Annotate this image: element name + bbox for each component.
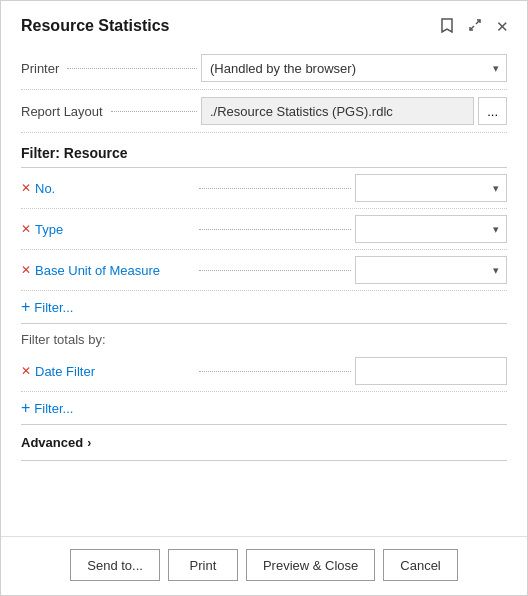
dotted-separator — [111, 111, 197, 112]
section-divider-4 — [21, 460, 507, 461]
filter-base-unit-row: ✕ Base Unit of Measure ▾ — [21, 250, 507, 291]
dotted-separator — [199, 270, 351, 271]
dialog-header: Resource Statistics ✕ — [1, 1, 527, 47]
filter-base-unit-remove-icon[interactable]: ✕ — [21, 263, 31, 277]
filter-date-label: Date Filter — [35, 364, 195, 379]
preview-close-button[interactable]: Preview & Close — [246, 549, 375, 581]
filter-base-unit-label: Base Unit of Measure — [35, 263, 195, 278]
report-layout-value: ./Resource Statistics (PGS).rdlc — [201, 97, 474, 125]
advanced-label: Advanced — [21, 435, 83, 450]
header-icons: ✕ — [438, 15, 511, 37]
filter-no-input[interactable] — [355, 174, 507, 202]
filter-date-input-wrap — [355, 357, 507, 385]
add-filter-2-plus-icon: + — [21, 400, 30, 416]
filter-no-row: ✕ No. ▾ — [21, 168, 507, 209]
filter-date-row: ✕ Date Filter — [21, 351, 507, 392]
add-filter-1-plus-icon: + — [21, 299, 30, 315]
expand-icon[interactable] — [466, 16, 484, 36]
report-layout-ellipsis-button[interactable]: ... — [478, 97, 507, 125]
filter-no-input-wrap: ▾ — [355, 174, 507, 202]
filter-type-input[interactable] — [355, 215, 507, 243]
dialog-title: Resource Statistics — [21, 17, 170, 35]
close-icon[interactable]: ✕ — [494, 17, 511, 36]
printer-select[interactable]: (Handled by the browser) — [201, 54, 507, 82]
filter-type-remove-icon[interactable]: ✕ — [21, 222, 31, 236]
printer-control: (Handled by the browser) ▾ — [201, 54, 507, 82]
add-filter-1-button[interactable]: + Filter... — [21, 291, 507, 323]
filter-no-label: No. — [35, 181, 195, 196]
advanced-chevron-icon: › — [87, 436, 91, 450]
cancel-button[interactable]: Cancel — [383, 549, 457, 581]
filter-date-input[interactable] — [355, 357, 507, 385]
filter-resource-header: Filter: Resource — [21, 133, 507, 167]
print-button[interactable]: Print — [168, 549, 238, 581]
dialog-footer: Send to... Print Preview & Close Cancel — [1, 536, 527, 595]
add-filter-1-label: Filter... — [34, 300, 73, 315]
filter-type-label: Type — [35, 222, 195, 237]
dotted-separator — [199, 188, 351, 189]
dotted-separator — [67, 68, 197, 69]
filter-date-remove-icon[interactable]: ✕ — [21, 364, 31, 378]
report-layout-wrap: ./Resource Statistics (PGS).rdlc ... — [201, 97, 507, 125]
printer-row: Printer (Handled by the browser) ▾ — [21, 47, 507, 90]
bookmark-icon[interactable] — [438, 15, 456, 37]
send-to-button[interactable]: Send to... — [70, 549, 160, 581]
dotted-separator — [199, 229, 351, 230]
filter-type-row: ✕ Type ▾ — [21, 209, 507, 250]
resource-statistics-dialog: Resource Statistics ✕ Printer — [0, 0, 528, 596]
dialog-body: Printer (Handled by the browser) ▾ Repor… — [1, 47, 527, 536]
filter-base-unit-input-wrap: ▾ — [355, 256, 507, 284]
filter-type-input-wrap: ▾ — [355, 215, 507, 243]
filter-totals-label: Filter totals by: — [21, 324, 507, 351]
add-filter-2-label: Filter... — [34, 401, 73, 416]
printer-select-wrapper: (Handled by the browser) ▾ — [201, 54, 507, 82]
dotted-separator — [199, 371, 351, 372]
filter-no-remove-icon[interactable]: ✕ — [21, 181, 31, 195]
report-layout-label: Report Layout — [21, 104, 201, 119]
report-layout-control: ./Resource Statistics (PGS).rdlc ... — [201, 97, 507, 125]
filter-base-unit-input[interactable] — [355, 256, 507, 284]
advanced-section[interactable]: Advanced › — [21, 425, 507, 460]
add-filter-2-button[interactable]: + Filter... — [21, 392, 507, 424]
report-layout-row: Report Layout ./Resource Statistics (PGS… — [21, 90, 507, 133]
printer-label: Printer — [21, 61, 201, 76]
